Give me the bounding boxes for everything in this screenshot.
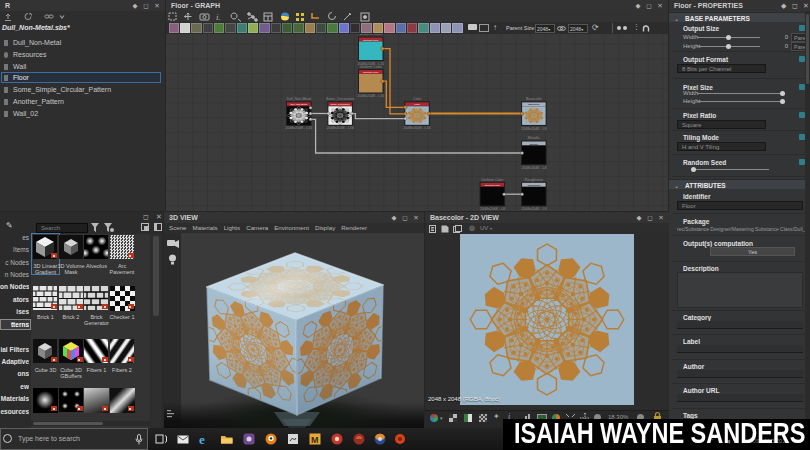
svg-text:e: e [199, 432, 205, 447]
svg-text:2048x2048 - L8: 2048x2048 - L8 [521, 127, 546, 131]
svg-text:Roughness: Roughness [528, 184, 541, 186]
svg-text:i.: i. [216, 12, 221, 22]
svg-text:Metallic: Metallic [528, 136, 540, 140]
svg-text:Color: Color [413, 97, 422, 101]
svg-text:Uniform Color: Uniform Color [363, 39, 379, 41]
svg-text:M: M [311, 435, 319, 445]
svg-text:Uniform Color: Uniform Color [360, 65, 383, 69]
svg-text:2048x2048 - L16: 2048x2048 - L16 [404, 126, 431, 130]
svg-text:2048x2048 - L8: 2048x2048 - L8 [521, 166, 546, 170]
svg-text:Uniform Color: Uniform Color [485, 184, 501, 186]
svg-text:Dull_Non-Metal: Dull_Non-Metal [286, 97, 311, 101]
svg-text:Some_Decorative: Some_Decorative [326, 97, 355, 101]
svg-text:Uniform Color: Uniform Color [481, 178, 504, 182]
svg-text:2048x2048 - L16: 2048x2048 - L16 [285, 126, 312, 130]
svg-text:Uniform Color: Uniform Color [360, 34, 383, 36]
svg-text:2048x2048 - L8: 2048x2048 - L8 [521, 207, 546, 211]
svg-text:Uniform Color: Uniform Color [363, 71, 379, 73]
svg-text:Basecolor: Basecolor [526, 97, 543, 101]
svg-text:2048x2048 - L16: 2048x2048 - L16 [327, 126, 354, 130]
svg-text:Basecolor: Basecolor [528, 103, 539, 105]
svg-text:Metallic: Metallic [530, 143, 539, 145]
svg-text:2048x2048 - L16: 2048x2048 - L16 [357, 94, 384, 98]
svg-text:2048x2048 - L8: 2048x2048 - L8 [480, 207, 505, 211]
svg-text:Color: Color [414, 103, 420, 105]
svg-text:Roughness: Roughness [525, 178, 543, 182]
